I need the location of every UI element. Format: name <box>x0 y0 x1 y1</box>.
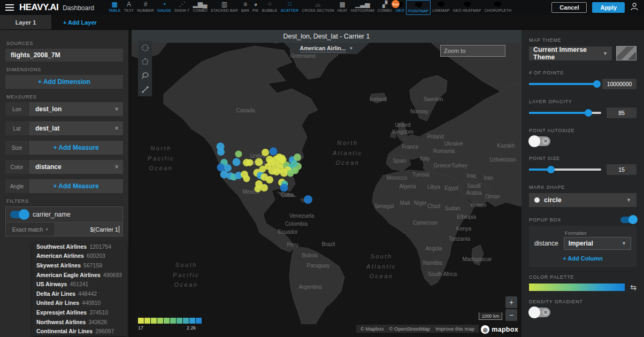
suggestion-item[interactable]: American Airlines 600203 <box>32 251 127 261</box>
layer-opacity-slider[interactable] <box>529 109 601 117</box>
chart-type-button[interactable]: ▥ STACKED BAR <box>209 0 240 15</box>
layer-tab-active[interactable]: Layer 1 <box>0 15 51 29</box>
cancel-button[interactable]: Cancel <box>551 2 587 13</box>
chart-type-button[interactable]: ▦ TABLE <box>107 0 122 15</box>
remove-measure-icon[interactable]: × <box>110 160 123 174</box>
dimension-pill-dropdown[interactable]: American Airlin... ▼ <box>284 43 370 54</box>
formatter-dropdown[interactable]: Imperial ▼ <box>564 237 631 250</box>
measure-row[interactable]: Lon dest_lon × <box>5 102 123 116</box>
measure-row[interactable]: Size + Add Measure × <box>5 141 123 155</box>
filter-value-input[interactable]: $(Carrier 1 <box>54 223 122 236</box>
data-point[interactable] <box>266 176 273 183</box>
measure-value[interactable]: dest_lon <box>29 102 110 116</box>
lasso-select-tool[interactable] <box>138 68 152 82</box>
suggestion-item[interactable]: Skywest Airlines 567159 <box>32 261 127 270</box>
data-point[interactable] <box>262 149 269 156</box>
map-theme-thumbnail[interactable] <box>616 46 637 60</box>
suggestion-item[interactable]: Northwest Airlines 343626 <box>32 317 127 327</box>
data-point[interactable] <box>243 175 250 182</box>
point-autosize-toggle[interactable]: ✕ <box>529 136 550 146</box>
filter-toggle[interactable] <box>10 211 28 218</box>
measure-value[interactable]: dest_lat <box>29 121 110 135</box>
zoom-out-button[interactable]: − <box>505 309 517 321</box>
data-point[interactable] <box>304 195 312 204</box>
reverse-palette-icon[interactable]: ⇆ <box>630 283 637 292</box>
measure-value[interactable]: + Add Measure <box>29 141 123 155</box>
attribution-mapbox[interactable]: © Mapbox <box>361 326 384 332</box>
chart-type-button[interactable]: ▂▆▄ COMBO <box>191 0 209 15</box>
mark-shape-dropdown[interactable]: circle ▼ <box>529 193 637 207</box>
measure-row[interactable]: Angle + Add Measure × <box>5 179 123 193</box>
chart-type-button[interactable]: GEO HEATMAP <box>451 0 483 15</box>
data-point[interactable] <box>260 184 268 192</box>
remove-measure-icon[interactable]: × <box>110 121 123 135</box>
num-points-value[interactable]: 10000000 <box>602 79 637 89</box>
data-point[interactable] <box>259 166 266 173</box>
chart-type-button[interactable]: ◔ GAUGE <box>156 0 173 15</box>
suggestion-item[interactable]: US Airways 451241 <box>32 279 127 289</box>
num-points-slider[interactable] <box>529 80 597 88</box>
chart-type-button[interactable]: Beta GEO <box>394 0 406 15</box>
source-selector[interactable]: flights_2008_7M <box>5 49 123 62</box>
measure-row[interactable]: Lat dest_lat × <box>5 121 123 135</box>
measure-row[interactable]: Color distance × <box>5 160 123 174</box>
layer-opacity-value[interactable]: 85 <box>607 108 637 118</box>
chart-type-button[interactable]: A TEXT <box>122 0 136 15</box>
chart-type-button[interactable]: CHOROPLETH <box>483 0 513 15</box>
zoom-in-button[interactable]: + <box>505 296 517 308</box>
suggestion-item[interactable]: Delta Air Lines 448442 <box>32 289 127 298</box>
chart-type-button[interactable]: ▞ COMBO <box>376 0 394 15</box>
remove-measure-icon[interactable]: × <box>110 102 123 116</box>
suggestion-item[interactable]: American Eagle Airlines 490693 <box>32 270 127 280</box>
popup-box-toggle[interactable] <box>620 217 637 223</box>
point-size-slider[interactable] <box>529 166 601 173</box>
add-column-button[interactable]: + Add Column <box>534 255 631 262</box>
suggestion-item[interactable]: Expressjet Airlines 374510 <box>32 308 127 317</box>
measure-line-tool[interactable] <box>138 82 152 96</box>
add-layer-button[interactable]: + Add Layer <box>51 15 109 29</box>
suggestion-item[interactable]: Southwest Airlines 1201754 <box>32 242 127 251</box>
user-icon[interactable] <box>630 2 639 13</box>
data-point[interactable] <box>247 159 254 166</box>
chart-type-button[interactable]: ▁▃▅ HISTOGRAM <box>349 0 376 15</box>
data-point[interactable] <box>280 184 288 192</box>
chart-type-button[interactable]: ⁘ BUBBLE <box>260 0 279 15</box>
data-point[interactable] <box>287 170 294 177</box>
chart-type-button[interactable]: ≡ BAR <box>240 0 251 15</box>
chart-type-button[interactable]: ⌓ CROSS SECTION <box>300 0 336 15</box>
polygon-select-tool[interactable] <box>138 55 152 68</box>
suggestion-item[interactable]: United Air Lines 440810 <box>32 298 127 308</box>
chart-type-button[interactable]: # NUMBER <box>135 0 156 15</box>
match-mode-dropdown[interactable]: Exact match ▾ <box>6 223 54 236</box>
chart-type-button[interactable]: ◕ PIE <box>251 0 260 15</box>
zoom-to-input[interactable] <box>440 45 505 57</box>
data-point[interactable] <box>233 158 241 166</box>
attribution-improve-link[interactable]: Improve this map <box>435 326 474 332</box>
measure-value[interactable]: distance <box>29 160 110 174</box>
data-point[interactable] <box>272 162 279 168</box>
measure-value[interactable]: + Add Measure <box>29 179 123 193</box>
color-palette-bar[interactable] <box>529 284 625 291</box>
map-theme-dropdown[interactable]: Current Immerse Theme ▼ <box>529 47 612 60</box>
point-size-value[interactable]: 15 <box>607 164 637 175</box>
chart-type-button[interactable]: POINTMAP <box>406 0 431 15</box>
attribution-osm[interactable]: © OpenStreetMap <box>389 326 430 332</box>
data-point[interactable] <box>217 148 225 156</box>
chart-type-button[interactable]: LINEMAP <box>431 0 451 15</box>
chart-type-button[interactable]: ⁙ SCATTER <box>279 0 301 15</box>
data-point[interactable] <box>291 160 298 167</box>
menu-icon[interactable] <box>0 4 18 11</box>
mapbox-logo[interactable]: ◎ mapbox <box>481 325 518 334</box>
chart-type-button[interactable]: ▩ HEAT <box>336 0 349 15</box>
data-point[interactable] <box>280 157 287 164</box>
data-point[interactable] <box>235 151 242 158</box>
circle-select-tool[interactable] <box>138 41 152 55</box>
apply-button[interactable]: Apply <box>592 2 625 13</box>
suggestion-item[interactable]: Continental Air Lines 296097 <box>32 326 127 336</box>
chart-type-button[interactable]: ⋰ SKEW-T <box>173 0 191 15</box>
density-gradient-toggle[interactable]: ✕ <box>529 308 550 317</box>
data-point[interactable] <box>255 158 263 166</box>
map-canvas[interactable]: GreenlandCanadaUnited StatesMexicoCubaIc… <box>132 30 522 337</box>
data-point[interactable] <box>255 186 262 193</box>
add-dimension-button[interactable]: + Add Dimension <box>5 75 123 89</box>
